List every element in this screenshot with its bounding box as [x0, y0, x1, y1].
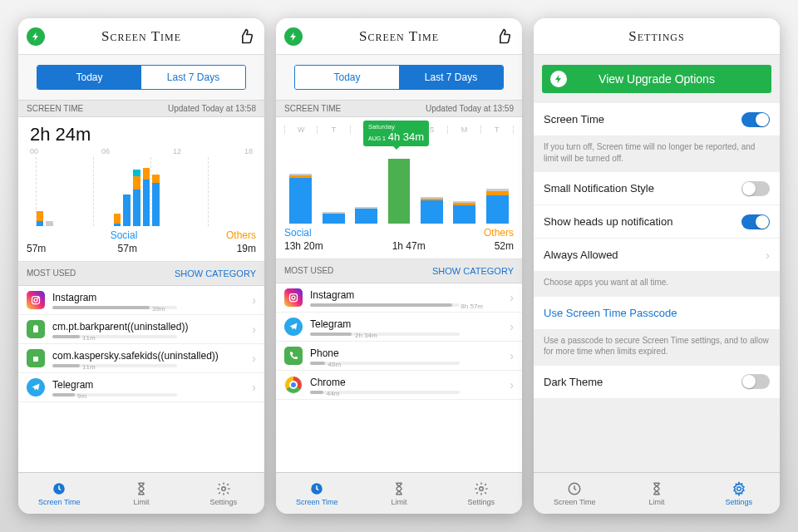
tab-today[interactable]: Today [295, 66, 399, 89]
gear-icon [216, 481, 231, 496]
page-title: Screen Time [101, 28, 181, 45]
screen-today: Screen Time Today Last 7 Days SCREEN TIM… [18, 18, 264, 514]
app-row[interactable]: cm.pt.barkparent((uninstalled))11m › [18, 315, 264, 344]
setting-screen-time[interactable]: Screen Time [534, 103, 780, 136]
hourglass-icon [392, 481, 406, 496]
svg-point-8 [479, 486, 483, 490]
chart-week: Saturday AUG 1 4h 34m W T F S S M T [276, 117, 522, 259]
android-icon [27, 320, 45, 338]
setting-always-allowed[interactable]: Always Allowed › [534, 239, 780, 272]
nav-screen-time[interactable]: Screen Time [18, 473, 101, 514]
bottom-nav: Screen Time Limit Settings [276, 472, 522, 514]
app-row[interactable]: Instagram39m › [18, 286, 264, 315]
app-row[interactable]: Chrome44m › [276, 371, 522, 400]
show-category-button[interactable]: SHOW CATEGORY [175, 268, 256, 278]
setting-dark-theme[interactable]: Dark Theme [534, 366, 780, 399]
helper-text: If you turn off, Screen time will no lon… [534, 136, 780, 172]
chevron-right-icon: › [766, 249, 770, 262]
header: Screen Time [276, 18, 522, 55]
telegram-icon [27, 378, 45, 397]
header: Settings [534, 18, 780, 55]
nav-limit[interactable]: Limit [101, 473, 183, 514]
range-segmented[interactable]: Today Last 7 Days [294, 65, 504, 90]
chevron-right-icon: › [510, 378, 514, 392]
chevron-right-icon: › [510, 291, 514, 304]
app-list: Instagram39m › cm.pt.barkparent((uninsta… [18, 286, 264, 472]
bottom-nav: Screen Time Limit Settings [534, 472, 780, 514]
toggle-switch[interactable] [741, 181, 770, 196]
phone-icon [284, 347, 303, 365]
range-segmented[interactable]: Today Last 7 Days [37, 65, 246, 90]
chrome-icon [284, 376, 303, 394]
svg-point-6 [292, 296, 295, 299]
screen-settings: Settings View Upgrade Options Screen Tim… [534, 18, 780, 514]
gear-icon [732, 481, 746, 496]
toggle-switch[interactable] [741, 112, 770, 127]
chevron-right-icon: › [252, 293, 256, 307]
bolt-icon [550, 71, 567, 87]
nav-screen-time[interactable]: Screen Time [534, 473, 616, 514]
screen-week: Screen Time Today Last 7 Days SCREEN TIM… [276, 18, 522, 514]
android-icon [27, 349, 45, 367]
setting-small-notification[interactable]: Small Notification Style [534, 172, 780, 205]
upgrade-button[interactable]: View Upgrade Options [542, 65, 771, 93]
subheader: SCREEN TIME Updated Today at 13:59 [276, 100, 522, 117]
show-category-button[interactable]: SHOW CATEGORY [432, 266, 514, 276]
bolt-icon[interactable] [27, 27, 45, 46]
nav-settings[interactable]: Settings [182, 473, 264, 514]
subheader: SCREEN TIME Updated Today at 13:58 [18, 100, 264, 117]
hourglass-icon [134, 481, 149, 496]
bottom-nav: Screen Time Limit Settings [18, 472, 264, 514]
hourglass-icon [649, 481, 664, 496]
nav-settings[interactable]: Settings [440, 473, 522, 514]
weekly-chart: W T F S S M T [284, 140, 514, 224]
clock-icon [52, 481, 66, 496]
app-row[interactable]: com.kaspersky.safekids((uninstalled))11m… [18, 344, 264, 373]
tab-week[interactable]: Last 7 Days [399, 66, 503, 89]
chart-tooltip: Saturday AUG 1 4h 34m [363, 121, 429, 146]
thumbs-up-icon[interactable] [238, 28, 254, 45]
clock-icon [567, 481, 582, 496]
page-title: Screen Time [359, 28, 439, 45]
helper-text: Use a passcode to secure Screen Time set… [534, 330, 780, 366]
chevron-right-icon: › [252, 323, 256, 336]
instagram-icon [284, 288, 303, 307]
app-row[interactable]: Telegram9m › [18, 373, 264, 402]
setting-heads-up[interactable]: Show heads up notification [534, 205, 780, 239]
toggle-switch[interactable] [741, 374, 770, 389]
app-row[interactable]: Instagram8h 57m › [276, 283, 522, 313]
svg-point-1 [34, 298, 37, 302]
nav-settings[interactable]: Settings [697, 473, 780, 514]
chart-today: 2h 24m 00 06 12 18 [18, 117, 264, 262]
header: Screen Time [18, 18, 264, 55]
category-values: 13h 20m 1h 47m 52m [284, 240, 514, 255]
chevron-right-icon: › [510, 320, 514, 333]
toggle-switch[interactable] [741, 214, 770, 229]
setting-passcode[interactable]: Use Screen Time Passcode [534, 297, 780, 330]
app-row[interactable]: Phone48m › [276, 342, 522, 371]
instagram-icon [27, 291, 45, 309]
category-values: 57m 57m 19m [27, 243, 256, 258]
app-row[interactable]: Telegram2h 34m › [276, 313, 522, 342]
bolt-icon[interactable] [284, 27, 303, 46]
updated-label: Updated Today at 13:58 [168, 104, 256, 113]
tab-week[interactable]: Last 7 Days [141, 66, 245, 89]
chevron-right-icon: › [252, 352, 256, 365]
svg-point-10 [736, 486, 741, 490]
thumbs-up-icon[interactable] [495, 28, 512, 45]
most-used-header: MOST USED SHOW CATEGORY [18, 262, 264, 286]
svg-rect-5 [290, 294, 298, 302]
chevron-right-icon: › [252, 381, 256, 394]
clock-icon [309, 481, 324, 496]
nav-screen-time[interactable]: Screen Time [276, 473, 358, 514]
nav-limit[interactable]: Limit [616, 473, 698, 514]
hourly-chart: 00 06 12 18 [27, 147, 256, 226]
category-labels: Social Others [284, 224, 514, 240]
most-used-header: MOST USED SHOW CATEGORY [276, 259, 522, 283]
page-title: Settings [628, 28, 684, 45]
tab-today[interactable]: Today [37, 66, 141, 89]
nav-limit[interactable]: Limit [358, 473, 441, 514]
gear-icon [474, 481, 489, 496]
svg-point-2 [37, 298, 38, 298]
app-list: Instagram8h 57m › Telegram2h 34m › Phone… [276, 283, 522, 472]
